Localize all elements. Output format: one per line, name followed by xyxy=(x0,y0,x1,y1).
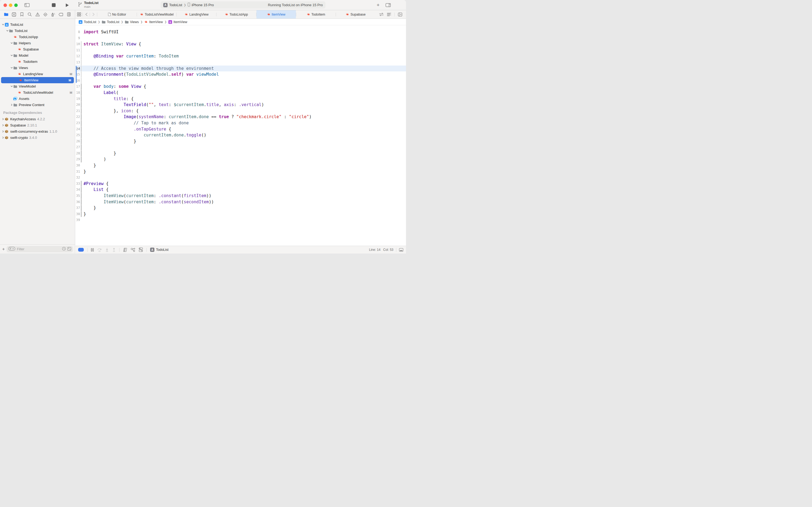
close-window-button[interactable] xyxy=(3,3,7,7)
tab-label: LandingView xyxy=(189,13,209,16)
navigator-breakpoints-icon[interactable] xyxy=(58,11,64,17)
sidebar-item-landingview[interactable]: LandingViewM xyxy=(0,71,75,77)
breakpoints-toggle-icon[interactable] xyxy=(78,248,84,251)
project-title: TodoList xyxy=(84,1,99,5)
running-app[interactable]: A TodoList xyxy=(150,247,169,252)
navigator-source-control-icon[interactable] xyxy=(11,11,17,17)
scheme-name[interactable]: TodoList xyxy=(169,3,182,7)
view-hierarchy-icon[interactable] xyxy=(123,248,127,252)
toggle-right-sidebar-icon[interactable] xyxy=(385,2,392,8)
disclosure-open-icon[interactable] xyxy=(10,67,13,69)
sidebar-item-todoitem[interactable]: TodoItem xyxy=(0,59,75,65)
tab-landingview[interactable]: LandingView xyxy=(177,10,216,18)
code-line-16: 16 xyxy=(75,77,406,84)
disclosure-closed-icon[interactable] xyxy=(2,118,4,120)
sidebar-item-todolist[interactable]: ATodoList xyxy=(0,21,75,27)
sidebar-item-helpers[interactable]: Helpers xyxy=(0,40,75,46)
disclosure-open-icon[interactable] xyxy=(10,54,13,57)
window-title-block: TodoList main xyxy=(78,1,99,9)
code-text: }, icon: { xyxy=(81,108,138,114)
navigator-reports-icon[interactable] xyxy=(66,11,72,17)
breadcrumb-item[interactable]: ItemView xyxy=(144,20,163,24)
code-line-9: 9 xyxy=(75,35,406,41)
navigator-issues-icon[interactable] xyxy=(35,11,41,17)
filter-options-icon[interactable] xyxy=(8,247,15,251)
navigator-debug-icon[interactable] xyxy=(50,11,56,17)
breadcrumb-item[interactable]: TodoList xyxy=(102,20,119,24)
sidebar-item-preview-content[interactable]: Preview Content xyxy=(0,102,75,108)
toggle-debug-area-icon[interactable] xyxy=(399,248,403,251)
tab-no-editor[interactable]: No Editor xyxy=(97,10,137,18)
run-button[interactable] xyxy=(64,2,70,8)
code-line-15: 15 @Environment(TodoListViewModel.self) … xyxy=(75,71,406,77)
sidebar-item-viewmodel[interactable]: ViewModel xyxy=(0,83,75,90)
sidebar-item-model[interactable]: Model xyxy=(0,52,75,59)
scheme-selector[interactable]: A TodoList ❯ iPhone 15 Pro Running TodoL… xyxy=(161,1,326,9)
sidebar-item-assets[interactable]: Assets xyxy=(0,96,75,102)
recent-files-icon[interactable] xyxy=(62,247,66,251)
add-editor-icon[interactable] xyxy=(398,13,402,16)
code-line-14: 14 // Access the view model through the … xyxy=(75,65,406,72)
editor-options-icon[interactable] xyxy=(387,13,391,16)
assets-icon xyxy=(13,97,17,101)
zoom-window-button[interactable] xyxy=(14,3,18,7)
tab-itemview[interactable]: ItemView xyxy=(256,10,296,18)
disclosure-closed-icon[interactable] xyxy=(2,124,4,126)
swift-icon xyxy=(17,91,22,94)
disclosure-closed-icon[interactable] xyxy=(2,130,4,133)
code-editor[interactable]: 8import SwiftUI910struct ItemView: View … xyxy=(75,25,406,246)
tab-label: TodoListApp xyxy=(230,13,248,16)
run-destination[interactable]: iPhone 15 Pro xyxy=(192,3,214,7)
package-item-swift-crypto[interactable]: swift-crypto3.4.0 xyxy=(0,134,75,141)
navigator-project-icon[interactable] xyxy=(3,11,9,17)
minimize-window-button[interactable] xyxy=(9,3,12,7)
disclosure-open-icon[interactable] xyxy=(10,42,13,44)
tab-todoitem[interactable]: TodoItem xyxy=(296,10,336,18)
tab-label: TodoItem xyxy=(311,13,325,16)
sidebar-item-supabase[interactable]: Supabase xyxy=(0,46,75,52)
sidebar-item-todolistapp[interactable]: TodoListApp xyxy=(0,34,75,40)
sidebar-item-itemview[interactable]: ItemViewM xyxy=(1,77,74,83)
navigator-bookmarks-icon[interactable] xyxy=(19,11,25,17)
filter-field[interactable]: Filter xyxy=(7,246,73,252)
sidebar-item-label: Model xyxy=(19,53,28,57)
disclosure-closed-icon[interactable] xyxy=(2,136,4,139)
package-item-keychainaccess[interactable]: KeychainAccess4.2.2 xyxy=(0,116,75,122)
editor-controls xyxy=(375,10,406,18)
package-item-supabase[interactable]: Supabase2.10.1 xyxy=(0,122,75,128)
breadcrumb-item[interactable]: ATodoList xyxy=(79,20,97,24)
navigator-tests-icon[interactable] xyxy=(43,11,48,17)
related-items-icon[interactable] xyxy=(75,10,82,18)
pause-icon[interactable] xyxy=(91,248,94,251)
swap-editors-icon[interactable] xyxy=(379,13,384,16)
line-number: 30 xyxy=(75,163,80,169)
sidebar-item-todolist[interactable]: TodoList xyxy=(0,27,75,34)
disclosure-closed-icon[interactable] xyxy=(10,104,13,106)
code-line-19: 19 title: { xyxy=(75,96,406,102)
go-forward-icon[interactable] xyxy=(90,10,97,18)
disclosure-open-icon[interactable] xyxy=(6,30,9,32)
step-over-icon xyxy=(97,248,102,252)
toggle-left-sidebar-icon[interactable] xyxy=(23,2,30,8)
add-button[interactable]: + xyxy=(375,2,381,8)
tab-todolistviewmodel[interactable]: TodoListViewModel xyxy=(137,10,176,18)
navigator-find-icon[interactable] xyxy=(26,11,33,17)
sidebar-item-todolistviewmodel[interactable]: TodoListViewModelM xyxy=(0,90,75,96)
line-number: 22 xyxy=(75,114,80,120)
memory-graph-icon[interactable] xyxy=(131,248,135,252)
environment-overrides-icon[interactable] xyxy=(139,247,143,252)
package-item-swift-concurrency-extras[interactable]: swift-concurrency-extras1.1.0 xyxy=(0,128,75,134)
breadcrumb-item[interactable]: Views xyxy=(125,20,139,24)
code-line-12: 12 @Binding var currentItem: TodoItem xyxy=(75,53,406,59)
add-file-button[interactable]: + xyxy=(2,246,5,252)
stop-button[interactable] xyxy=(51,2,56,8)
tab-supabase[interactable]: Supabase xyxy=(336,10,375,18)
disclosure-open-icon[interactable] xyxy=(10,85,13,88)
code-line-34: 34 List { xyxy=(75,187,406,193)
breadcrumb-item[interactable]: SItemView xyxy=(168,20,187,24)
disclosure-open-icon[interactable] xyxy=(2,23,4,26)
go-back-icon[interactable] xyxy=(83,10,90,18)
sidebar-item-views[interactable]: Views xyxy=(0,65,75,71)
tab-todolistapp[interactable]: TodoListApp xyxy=(217,10,256,18)
source-control-filter-icon[interactable] xyxy=(67,247,71,251)
